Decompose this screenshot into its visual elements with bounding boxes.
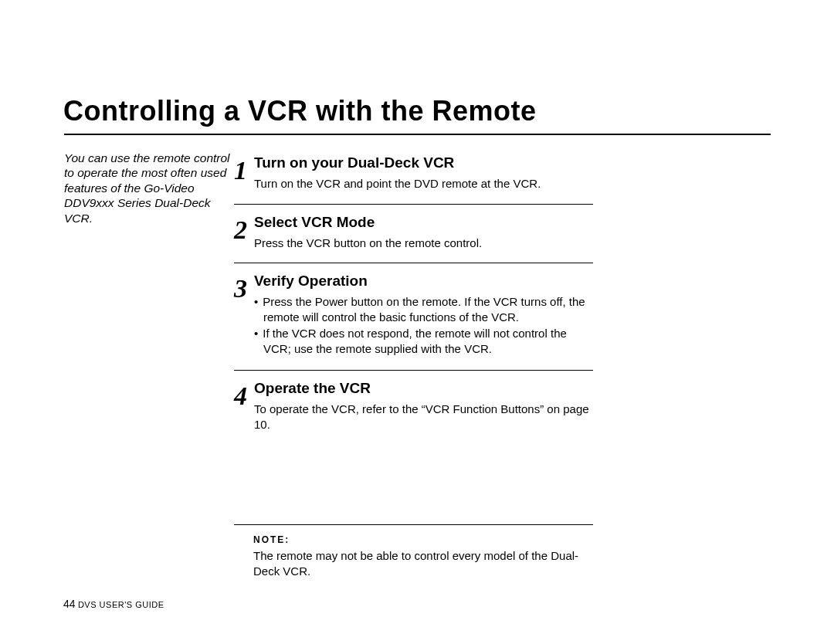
- page-number: 44: [63, 598, 76, 610]
- note-block: NOTE: The remote may not be able to cont…: [234, 524, 593, 578]
- step-text: Press the VCR button on the remote contr…: [254, 236, 593, 251]
- step-text: Turn on the VCR and point the DVD remote…: [254, 176, 593, 192]
- page-title: Controlling a VCR with the Remote: [63, 95, 537, 127]
- guide-name: DVS USER'S GUIDE: [78, 600, 164, 609]
- step-number: 1: [234, 154, 254, 184]
- step-3: 3 Verify Operation Press the Power butto…: [234, 263, 593, 358]
- step-heading: Turn on your Dual-Deck VCR: [254, 154, 593, 171]
- page-footer: 44 DVS USER'S GUIDE: [63, 598, 164, 610]
- intro-text: You can use the remote control to operat…: [64, 151, 240, 225]
- step-1: 1 Turn on your Dual-Deck VCR Turn on the…: [234, 145, 593, 192]
- step-number: 3: [234, 273, 254, 302]
- step-number: 4: [234, 380, 254, 409]
- step-heading: Select VCR Mode: [254, 214, 593, 231]
- step-heading: Verify Operation: [254, 273, 593, 290]
- step-text: To operate the VCR, refer to the “VCR Fu…: [254, 402, 593, 432]
- step-heading: Operate the VCR: [254, 380, 593, 397]
- step-list: 1 Turn on your Dual-Deck VCR Turn on the…: [234, 145, 593, 578]
- step-body: Operate the VCR To operate the VCR, refe…: [254, 380, 593, 432]
- bullet-item: If the VCR does not respond, the remote …: [254, 326, 593, 356]
- step-bullets: Press the Power button on the remote. If…: [254, 294, 593, 356]
- step-2: 2 Select VCR Mode Press the VCR button o…: [234, 204, 593, 251]
- step-number: 2: [234, 214, 254, 243]
- note-label: NOTE:: [253, 534, 593, 545]
- manual-page: Controlling a VCR with the Remote You ca…: [0, 0, 834, 644]
- step-body: Verify Operation Press the Power button …: [254, 273, 593, 358]
- step-body: Select VCR Mode Press the VCR button on …: [254, 214, 593, 251]
- note-text: The remote may not be able to control ev…: [253, 548, 593, 578]
- bullet-item: Press the Power button on the remote. If…: [254, 294, 593, 324]
- step-body: Turn on your Dual-Deck VCR Turn on the V…: [254, 154, 593, 192]
- title-rule: [64, 134, 771, 135]
- step-4: 4 Operate the VCR To operate the VCR, re…: [234, 370, 593, 432]
